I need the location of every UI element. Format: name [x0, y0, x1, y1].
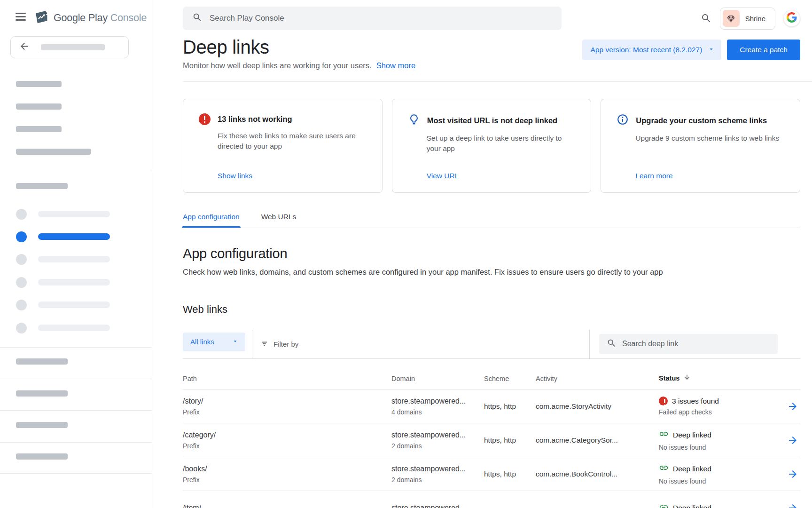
- sidebar-nav-item[interactable]: [16, 248, 138, 270]
- divider: [0, 379, 152, 379]
- domain-count: 2 domains: [391, 442, 484, 450]
- card-body: Upgrade 9 custom scheme links to web lin…: [635, 133, 785, 143]
- path-value: /item/: [183, 504, 391, 508]
- sidebar-nav-item[interactable]: [16, 317, 138, 339]
- section-title: App configuration: [183, 246, 800, 262]
- row-arrow-icon[interactable]: [787, 401, 798, 412]
- skeleton-bar: [41, 44, 105, 50]
- scheme-value: https, http: [484, 436, 536, 444]
- sort-descending-icon: [683, 373, 691, 382]
- info-icon: [617, 113, 629, 127]
- search-icon-button[interactable]: [701, 13, 712, 24]
- tab-bar: App configuration Web URLs: [183, 213, 800, 228]
- play-console-logo-text: Google Play Console: [54, 12, 147, 24]
- status-value: Deep linked: [673, 465, 711, 473]
- tab-web-urls[interactable]: Web URLs: [261, 213, 297, 228]
- skeleton-bar: [16, 149, 91, 155]
- show-links-link[interactable]: Show links: [218, 172, 368, 180]
- column-header-status[interactable]: Status: [659, 373, 775, 382]
- back-navigation[interactable]: [10, 36, 129, 58]
- skeleton-bar: [16, 126, 62, 132]
- domain-value: store.steampowered...: [391, 431, 484, 439]
- lightbulb-icon: [408, 113, 420, 127]
- domain-value: store.steampowered...: [391, 465, 484, 473]
- app-version-dropdown[interactable]: App version: Most recent (8.2.027): [582, 40, 722, 60]
- error-icon: [199, 113, 211, 125]
- divider: [0, 410, 152, 411]
- card-body: Set up a deep link to take users directl…: [427, 133, 576, 154]
- menu-icon[interactable]: [16, 13, 26, 21]
- page-subtitle: Monitor how well deep links are working …: [183, 61, 372, 70]
- google-account-avatar[interactable]: [783, 10, 800, 27]
- deep-link-search-box[interactable]: [599, 334, 778, 354]
- row-arrow-icon[interactable]: [787, 502, 798, 508]
- status-value: Deep linked: [673, 431, 711, 439]
- path-type: Prefix: [183, 408, 391, 416]
- console-search-box[interactable]: [183, 7, 562, 30]
- play-console-logo[interactable]: Google Play Console: [34, 9, 147, 27]
- column-header-domain[interactable]: Domain: [391, 375, 484, 382]
- search-icon: [192, 12, 203, 24]
- status-value: Deep linked: [673, 504, 711, 508]
- domain-value: store.steampowered...: [391, 397, 484, 405]
- row-arrow-icon[interactable]: [787, 468, 798, 480]
- console-search-input[interactable]: [210, 14, 552, 23]
- table-row[interactable]: /item/ store.steampowered... Deep linked: [183, 491, 800, 508]
- scheme-value: https, http: [484, 402, 536, 411]
- create-patch-button[interactable]: Create a patch: [727, 40, 800, 60]
- sidebar-nav-item-active[interactable]: [16, 225, 138, 248]
- card-body: Fix these web links to make sure users a…: [218, 131, 367, 151]
- column-header-path[interactable]: Path: [183, 375, 391, 382]
- scheme-value: https, http: [484, 470, 536, 478]
- table-header: Path Domain Scheme Activity Status: [183, 359, 800, 389]
- status-detail: No issues found: [659, 477, 775, 485]
- column-header-scheme[interactable]: Scheme: [484, 375, 536, 382]
- table-row[interactable]: /story/ Prefix store.steampowered... 4 d…: [183, 389, 800, 423]
- card-title: Upgrade your custom scheme links: [636, 116, 767, 125]
- skeleton-bar: [16, 390, 68, 397]
- sidebar-nav-item[interactable]: [16, 271, 138, 294]
- view-url-link[interactable]: View URL: [427, 172, 577, 180]
- column-header-activity[interactable]: Activity: [536, 375, 659, 382]
- alert-card-upgrade-schemes: Upgrade your custom scheme links Upgrade…: [601, 99, 800, 193]
- filter-by-button[interactable]: Filter by: [252, 339, 298, 349]
- skeleton-bar: [16, 358, 68, 365]
- row-arrow-icon[interactable]: [787, 435, 798, 446]
- app-selector-chip[interactable]: Shrine: [720, 8, 775, 30]
- divider: [0, 473, 152, 474]
- card-title: Most visited URL is not deep linked: [427, 116, 558, 125]
- sidebar-nav-item[interactable]: [16, 294, 138, 316]
- chevron-down-icon: [708, 46, 715, 55]
- shrine-app-icon: [723, 10, 740, 27]
- table-row[interactable]: /category/ Prefix store.steampowered... …: [183, 423, 800, 457]
- page-title: Deep links: [183, 36, 415, 58]
- web-links-heading: Web links: [183, 303, 800, 316]
- activity-value: com.acme.BookControl...: [536, 470, 659, 478]
- learn-more-link[interactable]: Learn more: [635, 172, 786, 180]
- divider: [0, 442, 152, 443]
- skeleton-bar: [16, 183, 68, 189]
- status-detail: No issues found: [659, 444, 775, 451]
- path-value: /books/: [183, 465, 391, 473]
- sidebar-nav-item[interactable]: [16, 203, 138, 225]
- filter-icon: [260, 339, 269, 349]
- divider: [183, 81, 812, 82]
- skeleton-bar: [16, 103, 62, 110]
- table-row[interactable]: /books/ Prefix store.steampowered... 2 d…: [183, 457, 800, 491]
- status-value: 3 issues found: [672, 397, 719, 405]
- divider: [0, 170, 152, 170]
- show-more-link[interactable]: Show more: [376, 61, 415, 70]
- section-description: Check how web links, domains, and custom…: [183, 268, 800, 277]
- card-title: 13 links not working: [218, 115, 292, 124]
- tab-app-configuration[interactable]: App configuration: [183, 213, 240, 228]
- topbar: Shrine: [183, 7, 800, 30]
- search-icon: [607, 338, 617, 350]
- divider: [589, 330, 590, 358]
- skeleton-bar: [16, 81, 62, 87]
- links-filter-dropdown[interactable]: All links: [183, 333, 245, 351]
- deep-link-search-input[interactable]: [622, 340, 770, 348]
- path-value: /story/: [183, 397, 391, 405]
- divider: [0, 347, 152, 348]
- filter-bar: All links Filter by: [183, 330, 800, 359]
- activity-value: com.acme.CategorySor...: [536, 436, 659, 444]
